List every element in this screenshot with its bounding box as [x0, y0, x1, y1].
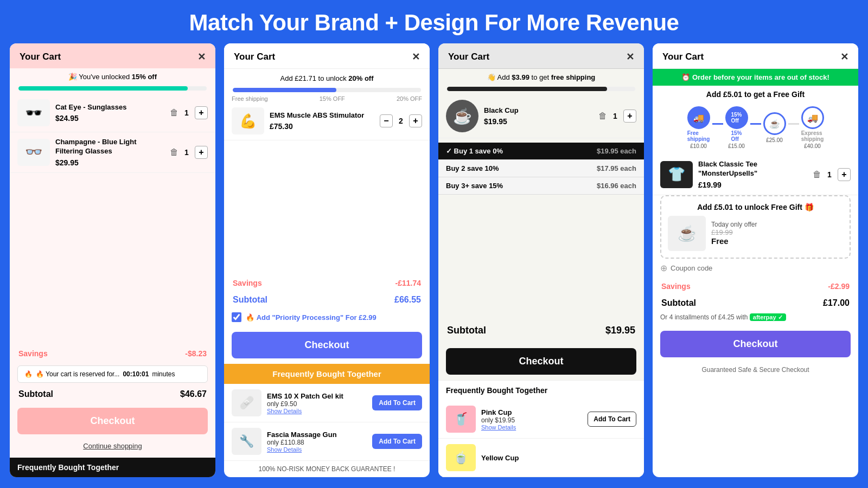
progress-bar-3	[447, 87, 635, 91]
cart-header-2: Your Cart ✕	[224, 43, 430, 69]
step-connector-1	[712, 123, 723, 125]
header: Match Your Brand + Design For More Reven…	[0, 0, 868, 43]
cart-item-4-1: 👕 Black Classic Tee "MonsterUpsells" £19…	[653, 155, 858, 195]
gift-image: ☕	[668, 216, 706, 251]
fbt-header-3: Frequently Bought Together	[438, 380, 644, 400]
checkout-button-2[interactable]: Checkout	[232, 332, 422, 358]
trash-button-1-1[interactable]: 🗑	[170, 108, 178, 118]
buy-save-row-1[interactable]: Buy 2 save 10% $17.95 each	[438, 160, 644, 177]
fbt-item-3-2: 🍵 Yellow Cup	[438, 439, 644, 477]
progress-fill-1	[18, 86, 188, 91]
unlock-bar-2: Add £21.71 to unlock 20% off	[224, 69, 430, 85]
trash-button-4-1[interactable]: 🗑	[813, 170, 821, 179]
item-name-3-1: Black Cup	[484, 106, 593, 115]
qty-number-3-1: 1	[610, 112, 620, 120]
cart-item-1-1: 🕶️ Cat Eye - Sunglasses $24.95 🗑 1 +	[10, 94, 215, 132]
add-cart-button-2-1[interactable]: Add To Cart	[372, 395, 422, 410]
add-cart-button-3-1[interactable]: Add To Cart	[588, 412, 636, 427]
gift-price-old: £19.99	[711, 228, 757, 236]
cart-title-4: Your Cart	[662, 52, 704, 62]
fbt-info-3-2: Yellow Cup	[481, 454, 636, 462]
afterpay-badge: afterpay ✓	[750, 313, 786, 321]
close-button-4[interactable]: ✕	[840, 51, 848, 63]
buy-save-table: ✓ Buy 1 save 0% $19.95 each Buy 2 save 1…	[438, 143, 644, 195]
fbt-image-2-2: 🔧	[232, 428, 261, 455]
priority-row: 🔥 Add "Priority Processing" For £2.99	[224, 308, 430, 326]
cart-title-3: Your Cart	[448, 52, 489, 62]
fbt-item-2-1: 🩹 EMS 10 X Patch Gel kit only £9.50 Show…	[224, 384, 430, 422]
cart-card-1: Your Cart ✕ 🎉 You've unlocked 15% off 🕶️…	[10, 43, 215, 477]
step-4: 🚚 Expressshipping £40.00	[801, 106, 824, 149]
qty-plus-4-1[interactable]: +	[838, 168, 851, 181]
item-info-2-1: EMS Muscle ABS Stimulator £75.30	[270, 111, 374, 131]
cart-card-2: Your Cart ✕ Add £21.71 to unlock 20% off…	[224, 43, 430, 477]
item-price-3-1: $19.95	[484, 117, 593, 126]
trash-button-1-2[interactable]: 🗑	[170, 147, 178, 157]
unlock-bar-3: 👋 Add $3.99 to get free shipping	[438, 69, 644, 84]
item-info-1-2: Champagne - Blue Light Filtering Glasses…	[55, 138, 164, 167]
buy-save-row-0[interactable]: ✓ Buy 1 save 0% $19.95 each	[438, 143, 644, 160]
item-info-3-1: Black Cup $19.95	[484, 106, 593, 126]
checkout-button-1[interactable]: Checkout	[17, 408, 208, 434]
cart-item-1-2: 👓 Champagne - Blue Light Filtering Glass…	[10, 132, 215, 173]
qty-plus-1-2[interactable]: +	[195, 146, 208, 159]
cart-item-2-1: 💪 EMS Muscle ABS Stimulator £75.30 − 2 +	[224, 102, 430, 140]
cart-title-1: Your Cart	[20, 52, 61, 62]
item-name-4-1: Black Classic Tee "MonsterUpsells"	[698, 160, 807, 178]
close-button-3[interactable]: ✕	[626, 51, 634, 63]
unlock-gift-title: Add £5.01 to unlock Free Gift 🎁	[668, 203, 843, 211]
gift-info: Today only offer £19.99 Free	[711, 221, 757, 246]
add-cart-button-2-2[interactable]: Add To Cart	[372, 434, 422, 449]
close-button-1[interactable]: ✕	[197, 51, 206, 63]
item-image-4-1: 👕	[660, 161, 693, 188]
safe-text: Guaranteed Safe & Secure Checkout	[653, 363, 858, 377]
fbt-info-2-1: EMS 10 X Patch Gel kit only £9.50 Show D…	[267, 392, 367, 414]
qty-plus-3-1[interactable]: +	[623, 110, 636, 123]
item-name-1-2: Champagne - Blue Light Filtering Glasses	[55, 138, 164, 156]
step-1: 🚚 Freeshipping £10.00	[687, 106, 710, 149]
cart-card-3: Your Cart ✕ 👋 Add $3.99 to get free ship…	[438, 43, 644, 477]
cart-item-3-1: ☕ Black Cup $19.95 🗑 1 +	[438, 94, 644, 138]
cart-header-4: Your Cart ✕	[653, 43, 858, 69]
checkout-button-4[interactable]: Checkout	[660, 331, 851, 357]
item-image-1-1: 🕶️	[17, 99, 50, 126]
free-gift-steps: 🚚 Freeshipping £10.00 15%Off 15%Off £15.…	[653, 101, 858, 155]
page-title: Match Your Brand + Design For More Reven…	[0, 10, 868, 36]
qty-control-4-1: 🗑 1 +	[813, 168, 851, 181]
buy-save-row-2[interactable]: Buy 3+ save 15% $16.96 each	[438, 177, 644, 195]
fbt-info-2-2: Fascia Massage Gun only £110.88 Show Det…	[267, 431, 367, 453]
coupon-row[interactable]: ⊕ Coupon code	[653, 259, 858, 278]
cart-title-2: Your Cart	[234, 52, 275, 62]
progress-bar-1	[18, 86, 207, 91]
qty-minus-2-1[interactable]: −	[380, 114, 393, 127]
item-price-1-1: $24.95	[55, 114, 164, 123]
subtotal-row-4: Subtotal £17.00	[653, 295, 858, 311]
savings-row-1: Savings -$8.23	[10, 345, 215, 362]
fbt-item-2-2: 🔧 Fascia Massage Gun only £110.88 Show D…	[224, 422, 430, 461]
close-button-2[interactable]: ✕	[412, 51, 420, 63]
checkout-button-3[interactable]: Checkout	[446, 348, 636, 375]
continue-shopping-link[interactable]: Continue shopping	[10, 440, 215, 454]
qty-number-4-1: 1	[825, 170, 834, 179]
fbt-info-3-1: Pink Cup only $19.95 Show Details	[481, 408, 582, 431]
priority-checkbox[interactable]	[232, 312, 241, 322]
unlock-bar-4: Add £5.01 to get a Free Gift	[653, 86, 858, 101]
step-icon-2: 15%Off	[725, 106, 748, 129]
savings-row-4: Savings -£2.99	[653, 278, 858, 295]
item-info-1-1: Cat Eye - Sunglasses $24.95	[55, 103, 164, 123]
savings-row-2: Savings -£11.74	[224, 274, 430, 292]
qty-plus-2-1[interactable]: +	[409, 114, 422, 127]
installments: Or 4 installments of £4.25 with afterpay…	[653, 311, 858, 325]
progress-steps-2: Free shipping 15% OFF 20% OFF	[224, 95, 430, 102]
item-price-4-1: £19.99	[698, 181, 807, 189]
progress-bar-2	[233, 88, 421, 92]
item-image-3-1: ☕	[446, 100, 478, 132]
fire-icon: 🔥	[24, 370, 33, 378]
cards-row: Your Cart ✕ 🎉 You've unlocked 15% off 🕶️…	[0, 43, 868, 483]
qty-plus-1-1[interactable]: +	[195, 106, 208, 119]
trash-button-3-1[interactable]: 🗑	[598, 111, 607, 121]
step-icon-4: 🚚	[801, 106, 824, 129]
step-connector-3	[788, 123, 799, 125]
fbt-image-2-1: 🩹	[232, 389, 261, 416]
step-2: 15%Off 15%Off £15.00	[725, 106, 748, 149]
